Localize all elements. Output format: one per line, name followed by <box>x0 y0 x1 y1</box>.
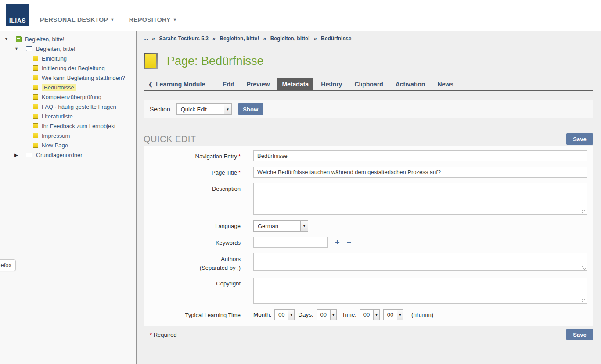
select-arrow-icon: ▾ <box>288 310 294 320</box>
tab-label: Learning Module <box>156 81 205 88</box>
tab-clipboard[interactable]: Clipboard <box>349 78 388 90</box>
breadcrumb: ... » Sarahs Testkurs 5.2 » Begleiten, b… <box>144 31 593 42</box>
tab-metadata[interactable]: Metadata <box>277 78 313 90</box>
keywords-input[interactable] <box>253 237 328 248</box>
main-content-pane: ... » Sarahs Testkurs 5.2 » Begleiten, b… <box>137 31 601 364</box>
breadcrumb-separator: » <box>263 36 266 42</box>
tree-item-page-selected[interactable]: Bedürfnisse <box>0 82 136 92</box>
expander-closed-icon[interactable]: ▶ <box>14 153 26 157</box>
resize-grip-icon[interactable] <box>582 210 586 214</box>
tab-label: History <box>321 81 342 88</box>
tab-edit[interactable]: Edit <box>218 78 239 90</box>
authors-label: Authors <box>221 256 241 262</box>
chevron-down-icon: ▾ <box>111 17 113 22</box>
form-row-authors: Authors (Separated by ,) <box>144 253 587 272</box>
days-label: Days: <box>298 311 313 318</box>
tab-history[interactable]: History <box>316 78 347 90</box>
month-label: Month: <box>253 311 271 318</box>
required-marker: * <box>150 332 152 338</box>
form-row-navigation-entry: Navigation Entry* <box>144 150 587 161</box>
tree-item-label: Kompetenzüberprüfung <box>42 94 101 100</box>
page-icon <box>33 65 38 71</box>
description-textarea[interactable] <box>253 183 587 215</box>
hours-select[interactable]: 00 ▾ <box>360 309 380 320</box>
breadcrumb-link[interactable]: Sarahs Testkurs 5.2 <box>159 36 209 42</box>
tree-item-chapter[interactable]: ▼ Begleiten, bitte! <box>0 44 136 54</box>
tree-item-label: Ihr Feedback zum Lernobjekt <box>42 123 115 129</box>
tree-item-label: FAQ - häufig gestellte Fragen <box>42 103 116 110</box>
select-arrow-icon: ▾ <box>224 104 231 114</box>
tree-item-label: Initiierung der Begleitung <box>42 65 105 71</box>
tree-item-page[interactable]: Wie kann Begleitung stattfinden? <box>0 73 136 82</box>
tab-learning-module[interactable]: ❮ Learning Module <box>144 78 210 90</box>
navigation-entry-input[interactable] <box>253 150 587 161</box>
breadcrumb-current[interactable]: Bedürfnisse <box>321 36 351 42</box>
tree-item-page[interactable]: New Page <box>0 140 136 150</box>
tab-activation[interactable]: Activation <box>391 78 430 90</box>
tree-item-page[interactable]: Initiierung der Begleitung <box>0 63 136 73</box>
page-icon <box>33 56 38 61</box>
select-arrow-icon: ▾ <box>300 221 308 231</box>
remove-keyword-button[interactable]: − <box>347 238 352 246</box>
ilias-logo[interactable]: ILIAS <box>6 4 29 26</box>
tree-item-label: Einleitung <box>42 55 67 62</box>
tree-item-page[interactable]: Kompetenzüberprüfung <box>0 92 136 102</box>
days-select[interactable]: 00 ▾ <box>317 309 337 320</box>
tab-news[interactable]: News <box>432 78 458 90</box>
copyright-textarea[interactable] <box>253 278 587 304</box>
main-menu: PERSONAL DESKTOP ▾ REPOSITORY ▾ <box>34 0 186 31</box>
hours-select-value: 00 <box>360 310 373 320</box>
month-select[interactable]: 00 ▾ <box>274 309 295 320</box>
authors-textarea[interactable] <box>253 253 587 271</box>
breadcrumb-link[interactable]: Begleiten, bitte! <box>270 36 310 42</box>
section-select[interactable]: Quick Edit ▾ <box>176 103 232 115</box>
tree-item-page[interactable]: Ihr Feedback zum Lernobjekt <box>0 121 136 131</box>
section-select-value: Quick Edit <box>177 104 224 114</box>
breadcrumb-separator: » <box>152 36 155 42</box>
expander-open-icon[interactable]: ▼ <box>14 46 26 51</box>
back-chevron-icon: ❮ <box>148 81 153 87</box>
form-row-language: Language German ▾ <box>144 220 587 232</box>
add-keyword-button[interactable]: + <box>335 238 340 246</box>
section-toolbar: Section Quick Edit ▾ Show <box>144 100 593 118</box>
page-icon <box>33 143 38 148</box>
page-title-label: Page Title <box>212 169 237 176</box>
menu-repository-label: REPOSITORY <box>129 16 171 23</box>
tree-item-page[interactable]: Literaturliste <box>0 111 136 121</box>
minutes-select[interactable]: 00 ▾ <box>383 309 403 320</box>
breadcrumb-ellipsis[interactable]: ... <box>144 36 148 42</box>
language-select[interactable]: German ▾ <box>253 220 308 232</box>
form-row-description: Description <box>144 183 587 215</box>
navigation-entry-label: Navigation Entry <box>195 153 237 160</box>
form-row-page-title: Page Title* <box>144 167 587 178</box>
select-arrow-icon: ▾ <box>397 310 403 320</box>
tree-item-page[interactable]: Impressum <box>0 131 136 140</box>
expander-open-icon[interactable]: ▼ <box>4 37 16 41</box>
page-title-input[interactable] <box>253 167 587 178</box>
save-button-bottom[interactable]: Save <box>566 329 593 340</box>
ilias-logo-text: ILIAS <box>9 17 26 24</box>
ilias-application: ILIAS PERSONAL DESKTOP ▾ REPOSITORY ▾ ▼ … <box>0 0 601 364</box>
tree-item-label: Grundlagenordner <box>36 152 83 158</box>
save-button-top[interactable]: Save <box>566 133 593 145</box>
select-arrow-icon: ▾ <box>373 310 379 320</box>
language-select-value: German <box>254 221 300 231</box>
tree-item-folder-collapsed[interactable]: ▶ Grundlagenordner <box>0 150 136 160</box>
menu-personal-desktop[interactable]: PERSONAL DESKTOP ▾ <box>40 16 114 23</box>
tab-preview[interactable]: Preview <box>242 78 275 90</box>
tree-item-page[interactable]: FAQ - häufig gestellte Fragen <box>0 102 136 111</box>
resize-grip-icon[interactable] <box>582 265 586 270</box>
resize-grip-icon[interactable] <box>582 299 586 303</box>
show-button[interactable]: Show <box>238 103 263 115</box>
page-icon <box>33 85 38 90</box>
breadcrumb-link[interactable]: Begleiten, bitte! <box>220 36 259 42</box>
tree-item-label: Impressum <box>42 132 70 139</box>
tree-item-module-root[interactable]: ▼ Begleiten, bitte! <box>0 34 136 44</box>
tree-item-label: New Page <box>42 142 68 149</box>
menu-repository[interactable]: REPOSITORY ▾ <box>129 16 176 23</box>
sidebar-tree-panel: ▼ Begleiten, bitte! ▼ Begleiten, bitte! … <box>0 31 136 364</box>
tree-item-label: Begleiten, bitte! <box>25 36 65 43</box>
tab-label: Edit <box>223 81 234 88</box>
tab-label: Activation <box>396 81 425 88</box>
tree-item-page[interactable]: Einleitung <box>0 54 136 63</box>
